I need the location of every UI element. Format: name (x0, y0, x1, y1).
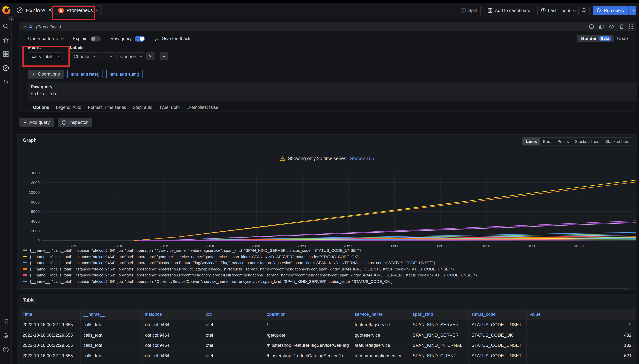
comment-icon (154, 36, 160, 41)
legend-item[interactable]: {__name__="calls_total", instance="otelc… (23, 260, 634, 266)
code-tab[interactable]: Code (614, 36, 631, 41)
option-step: Step: auto (133, 105, 152, 110)
give-feedback-link[interactable]: Give feedback (154, 36, 190, 41)
compass-icon (16, 7, 23, 13)
column-header-spankind[interactable]: span_kind (410, 309, 469, 320)
legend-item[interactable]: {__name__="calls_total", instance="otelc… (23, 284, 634, 286)
legend-item[interactable]: {__name__="calls_total", instance="otelc… (23, 266, 634, 272)
sidebar-item-sign-in[interactable] (2, 319, 9, 325)
legend-item[interactable]: {__name__="calls_total", instance="otelc… (23, 278, 634, 284)
column-header-name[interactable]: __name__ (81, 309, 142, 320)
datasource-picker[interactable]: Prometheus (54, 5, 102, 15)
column-header-servicename[interactable]: service_name (352, 309, 410, 320)
split-button[interactable]: Split (457, 6, 481, 15)
sidebar-item-settings[interactable] (2, 332, 9, 339)
query-row-header[interactable]: A (Prometheus) ? (20, 22, 636, 31)
raw-query-preview: Raw query calls_total (28, 82, 637, 101)
metric-select[interactable]: calls_total (28, 52, 63, 60)
split-pane-icon (461, 8, 466, 13)
timeseries-chart[interactable] (42, 170, 636, 242)
sidebar-item-dashboards[interactable] (2, 51, 9, 57)
table-panel-title: Table (23, 298, 34, 303)
options-title: Options (33, 105, 49, 110)
collapse-query-icon[interactable] (24, 25, 26, 27)
add-query-button[interactable]: + Add query (20, 118, 54, 127)
column-header-instance[interactable]: instance (142, 309, 203, 320)
table-cell: featureflagservice (352, 320, 410, 330)
sidebar-item-search[interactable] (2, 23, 9, 30)
zoom-out-button[interactable] (578, 6, 589, 14)
drag-handle-icon[interactable] (629, 24, 633, 29)
label-operator-select[interactable]: = (100, 52, 116, 60)
info-circle-icon (62, 120, 66, 125)
remove-label-filter-button[interactable]: × (146, 52, 154, 60)
legend-series-label: {__name__="calls_total", instance="otelc… (30, 260, 435, 265)
legend-scrollbar[interactable] (23, 288, 629, 289)
time-range-picker[interactable]: Last 1 hour (538, 6, 578, 14)
column-header-time[interactable]: Time (20, 309, 81, 320)
option-format: Format: Time series (88, 105, 126, 110)
table-cell: SPAN_KIND_SERVER (410, 361, 469, 364)
tab-stacked-lines[interactable]: Stacked lines (572, 138, 602, 145)
graph-legend: {__name__="calls_total", instance="otelc… (23, 247, 634, 286)
raw-query-toggle[interactable] (135, 36, 145, 41)
legend-item[interactable]: {__name__="calls_total", instance="otelc… (23, 272, 634, 278)
hide-response-eye-icon[interactable] (609, 24, 614, 29)
query-patterns-dropdown[interactable]: Query patterns (28, 36, 63, 41)
table-cell: otelcol:9464 (142, 351, 203, 361)
inspector-button[interactable]: Inspector (58, 118, 92, 127)
duplicate-query-icon[interactable] (599, 24, 604, 29)
label-value-select[interactable]: Choose (116, 52, 145, 60)
tab-lines[interactable]: Lines (523, 138, 540, 145)
table-cell: recommendationservice (352, 351, 410, 361)
chevron-down-icon (93, 54, 96, 57)
show-all-series-link[interactable]: Show all 55 (350, 156, 374, 161)
operations-button[interactable]: + Operations (28, 70, 64, 78)
results-table: Time__name__instancejoboperationservice_… (20, 309, 635, 364)
grafana-explore-page: Explore Prometheus (0, 0, 639, 364)
sidebar-item-explore[interactable] (2, 65, 9, 71)
legend-series-label: {__name__="calls_total", instance="otelc… (30, 267, 454, 271)
column-header-statuscode[interactable]: status_code (469, 309, 527, 320)
sidebar-expand-button[interactable]: › (8, 15, 14, 22)
hint-add-sum-button[interactable]: hint: add sum() (106, 70, 143, 78)
hint-add-rate-button[interactable]: hint: add rate() (67, 70, 103, 78)
add-label-filter-button[interactable]: + (160, 52, 168, 60)
legend-item[interactable]: {__name__="calls_total", instance="otelc… (23, 254, 634, 260)
raw-query-label: Raw query (110, 36, 132, 41)
gear-icon (2, 332, 9, 339)
table-cell: otelcol:9464 (142, 330, 203, 340)
options-collapse-toggle[interactable]: Options (28, 105, 49, 110)
query-row-actions: ? (589, 24, 633, 29)
tab-bars[interactable]: Bars (540, 138, 554, 145)
column-header-job[interactable]: job (203, 309, 264, 320)
add-to-dashboard-button[interactable]: Add to dashboard (484, 6, 534, 15)
share-icon[interactable] (48, 8, 54, 13)
table-row: 2022-10-16 00:22:29.655calls_totalotelco… (20, 320, 635, 330)
run-query-button[interactable]: Run query (592, 6, 628, 15)
column-header-operation[interactable]: operation (264, 309, 352, 320)
operations-label: Operations (38, 72, 60, 77)
sidebar-item-starred[interactable] (2, 37, 9, 44)
explain-toggle[interactable] (90, 36, 100, 41)
left-sidebar: ? (0, 18, 12, 364)
column-header-value[interactable]: Value (527, 309, 635, 320)
table-cell: 621 (527, 351, 635, 361)
sidebar-bottom-group: ? (2, 319, 9, 364)
query-help-icon[interactable]: ? (589, 24, 594, 29)
split-label: Split (468, 8, 477, 13)
builder-tab[interactable]: Builder Beta (578, 35, 614, 42)
sidebar-item-help[interactable]: ? (2, 346, 9, 353)
legend-item[interactable]: {__name__="calls_total", instance="otelc… (23, 247, 634, 254)
table-cell: calls_total (81, 361, 142, 364)
search-icon (2, 23, 9, 30)
run-query-dropdown[interactable] (628, 6, 636, 15)
legend-swatch-icon (23, 256, 27, 258)
table-cell: otel (203, 330, 264, 340)
chevron-down-icon (110, 54, 112, 57)
label-name-select[interactable]: Choose (70, 52, 98, 60)
sidebar-item-alerting[interactable] (2, 78, 9, 85)
remove-query-trash-icon[interactable] (619, 24, 624, 29)
tab-points[interactable]: Points (554, 138, 572, 145)
tab-stacked-bars[interactable]: Stacked bars (602, 138, 632, 145)
